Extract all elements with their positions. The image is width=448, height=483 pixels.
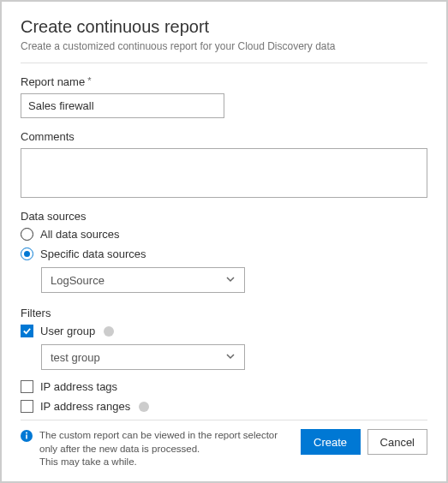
svg-point-2 <box>26 432 27 434</box>
radio-all-data-sources[interactable]: All data sources <box>21 228 427 241</box>
divider <box>21 63 427 63</box>
checkbox-label: User group <box>40 325 95 337</box>
dialog-title: Create continuous report <box>21 17 427 37</box>
dialog-subtitle: Create a customized continuous report fo… <box>21 40 427 52</box>
svg-rect-1 <box>26 435 27 439</box>
chevron-down-icon <box>225 274 236 287</box>
info-icon <box>139 402 149 412</box>
cancel-button[interactable]: Cancel <box>367 429 427 455</box>
user-group-select[interactable]: test group <box>41 344 245 370</box>
comments-input[interactable] <box>21 148 427 199</box>
checkbox-user-group[interactable]: User group <box>21 325 427 337</box>
info-icon <box>21 430 33 444</box>
select-value: test group <box>51 351 100 364</box>
checkbox-icon <box>21 325 33 337</box>
checkbox-icon <box>21 400 33 413</box>
data-source-select[interactable]: LogSource <box>41 267 245 293</box>
checkbox-ip-tags[interactable]: IP address tags <box>21 380 427 393</box>
report-name-label: Report name <box>21 75 427 88</box>
footer-info-text: The custom report can be viewed in the r… <box>39 429 294 469</box>
radio-icon <box>21 228 33 241</box>
radio-icon <box>21 247 33 260</box>
checkbox-ip-ranges[interactable]: IP address ranges <box>21 400 427 413</box>
checkbox-label: IP address tags <box>40 380 117 393</box>
create-report-dialog: Create continuous report Create a custom… <box>0 0 448 483</box>
info-icon <box>104 326 114 337</box>
data-sources-label: Data sources <box>21 210 427 223</box>
dialog-footer: The custom report can be viewed in the r… <box>21 420 427 469</box>
comments-label: Comments <box>21 130 427 143</box>
chevron-down-icon <box>225 351 236 364</box>
radio-specific-data-sources[interactable]: Specific data sources <box>21 247 427 260</box>
create-button[interactable]: Create <box>301 429 361 455</box>
report-name-input[interactable] <box>21 93 224 118</box>
checkbox-icon <box>21 380 33 393</box>
filters-label: Filters <box>21 307 427 319</box>
select-value: LogSource <box>51 274 105 287</box>
radio-label: All data sources <box>40 228 120 241</box>
checkbox-label: IP address ranges <box>40 400 130 413</box>
radio-label: Specific data sources <box>40 247 146 260</box>
